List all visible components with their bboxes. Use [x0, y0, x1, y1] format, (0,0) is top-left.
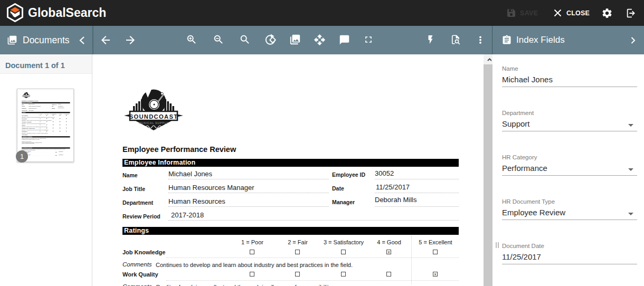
svg-text:SOUNDCOAST: SOUNDCOAST: [129, 113, 178, 120]
svg-text:MUSICAL SUPPLY: MUSICAL SUPPLY: [139, 121, 169, 125]
svg-text:MUSICAL SUPPLY: MUSICAL SUPPLY: [24, 96, 29, 97]
